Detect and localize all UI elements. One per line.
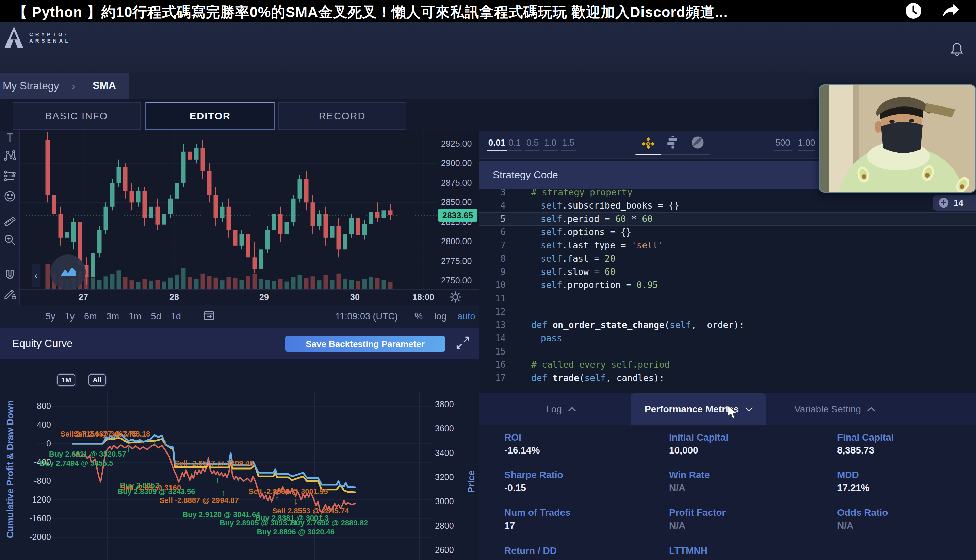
bell-icon[interactable]	[950, 42, 964, 58]
webcam-overlay	[819, 84, 976, 193]
tab-log[interactable]: Log	[492, 393, 629, 425]
price-tick: 2750.00	[441, 276, 476, 285]
trade-arrow: ↑	[126, 443, 131, 454]
time-tick: 29	[259, 292, 269, 302]
screen: 【 Python 】約10行程式碼寫完勝率0%的SMA金叉死叉！懶人可來私訊拿程…	[0, 0, 976, 560]
watch-later-icon[interactable]	[904, 2, 922, 21]
code-line-4[interactable]: 4self.subscribed_books = {}	[479, 199, 976, 212]
code-line-12[interactable]: 12	[479, 305, 976, 318]
amount-1,00[interactable]: 1,00	[797, 137, 815, 151]
strategy-code-title: Strategy Code	[493, 169, 558, 181]
webcam-video	[820, 85, 976, 193]
metric-value: 10,000	[669, 445, 698, 456]
forecast-tool-icon[interactable]	[3, 170, 16, 184]
auto-scale-button[interactable]: auto	[457, 311, 475, 322]
metric-value: N/A	[669, 520, 686, 531]
equity-tick-right: 3400	[435, 448, 465, 458]
cursor-tool-icon[interactable]	[4, 132, 16, 145]
metric-value: -0.94	[504, 558, 526, 560]
app-header: CRYPTO- ARSENAL	[0, 22, 976, 73]
time-axis[interactable]: 2728293018:00	[0, 289, 479, 305]
trade-label: Buy 2.6811 @ 3520.57	[49, 450, 126, 458]
ruler-tool-icon[interactable]	[3, 213, 16, 227]
go-to-date-icon[interactable]	[202, 308, 216, 325]
code-line-14[interactable]: 14pass	[479, 332, 976, 345]
plus-circle-icon	[938, 197, 949, 208]
trade-label: Sell -2.83 @ 3160	[120, 483, 181, 492]
exchange-sliders-icon[interactable]	[661, 135, 685, 155]
indicator-chip[interactable]: 14	[933, 195, 976, 211]
timeframe-5y[interactable]: 5y	[46, 311, 55, 322]
order-size-1.5[interactable]: 1.5	[561, 137, 576, 151]
timeframe-5d[interactable]: 5d	[151, 311, 161, 322]
tab-variable-setting[interactable]: Variable Setting	[767, 393, 901, 425]
code-line-16[interactable]: 16# called every self.period	[479, 358, 976, 372]
trade-label: Buy 2.7494 @ 3455.5	[40, 459, 113, 468]
metric-label-mdd: MDD	[837, 470, 859, 480]
code-line-17[interactable]: 17def trade(self, candles):	[479, 372, 976, 385]
timeframe-1m[interactable]: 1m	[128, 311, 142, 322]
tab-record[interactable]: RECORD	[278, 102, 406, 130]
order-size-0.5[interactable]: 0.5	[525, 137, 540, 151]
percent-scale-button[interactable]: %	[414, 311, 423, 322]
chip-label: 14	[954, 198, 963, 208]
metric-label-roi: ROI	[504, 432, 521, 443]
trade-arrow: ↑	[275, 493, 280, 504]
order-size-0.01[interactable]: 0.01	[487, 137, 507, 151]
tab-editor[interactable]: EDITOR	[145, 102, 275, 130]
timeframe-1d[interactable]: 1d	[171, 311, 181, 322]
xabcd-pattern-icon[interactable]	[3, 149, 16, 163]
time-tick: 30	[350, 292, 360, 302]
toolbar-collapse-handle[interactable]: ‹	[32, 264, 40, 287]
metric-value: 17.21%	[837, 482, 869, 493]
code-line-9[interactable]: 9self.slow = 60	[479, 265, 976, 278]
timeframe-6m[interactable]: 6m	[84, 311, 97, 322]
code-line-7[interactable]: 7self.last_type = 'sell'	[479, 239, 976, 252]
order-size-1.0[interactable]: 1.0	[543, 137, 558, 151]
axis-settings-gear-icon[interactable]	[449, 290, 462, 305]
time-tick: 18:00	[412, 292, 434, 302]
code-line-13[interactable]: 13def on_order_state_change(self, order)…	[479, 318, 976, 332]
trade-label: Sell -2.6517 @ 3209.49	[174, 459, 254, 468]
metric-value: -16.14%	[504, 445, 540, 456]
code-line-11[interactable]: 11	[479, 292, 976, 305]
code-line-5[interactable]: 5self.period = 60 * 60	[479, 212, 976, 225]
equity-tick-right: 3800	[435, 399, 465, 409]
breadcrumb-parent[interactable]: My Strategy	[3, 80, 59, 92]
code-line-8[interactable]: 8self.fast = 20	[479, 252, 976, 265]
tab-performance-metrics[interactable]: Performance Metrics	[631, 393, 766, 425]
equity-title: Equity Curve	[12, 337, 72, 350]
zoom-in-tool-icon[interactable]	[3, 233, 16, 248]
trade-label: Buy 2.8896 @ 3020.46	[257, 528, 335, 537]
price-chart-panel: 2925.002900.002875.002850.002825.002800.…	[0, 131, 479, 305]
code-line-6[interactable]: 6self.options = {}	[479, 225, 976, 239]
range-button-1m[interactable]: 1M	[57, 374, 75, 386]
timeframe-3m[interactable]: 3m	[107, 311, 119, 322]
code-line-15[interactable]: 15	[479, 345, 976, 358]
save-backtesting-parameter-button[interactable]: Save Backtesting Parameter	[285, 336, 445, 352]
exchange-binance-icon[interactable]	[636, 135, 661, 155]
chart-clock[interactable]: 11:09:03 (UTC)	[335, 311, 398, 322]
order-size-0.1[interactable]: 0.1	[507, 137, 522, 151]
metric-label-lttmnh: LTTMNH	[669, 545, 707, 556]
amount-500[interactable]: 500	[774, 137, 792, 151]
drawing-lock-icon[interactable]	[3, 287, 16, 302]
brand[interactable]: CRYPTO- ARSENAL	[3, 26, 71, 49]
breadcrumb-chevron-icon: ›	[72, 79, 75, 93]
expand-icon[interactable]	[455, 335, 470, 352]
exchange-bitfinex-leaf-icon[interactable]	[686, 135, 710, 155]
timeframe-1y[interactable]: 1y	[65, 311, 75, 322]
metric-value: -0.15	[504, 482, 526, 493]
code-line-10[interactable]: 10self.proportion = 0.95	[479, 278, 976, 292]
metric-label-num-of-trades: Num of Trades	[504, 507, 571, 518]
emoji-tool-icon[interactable]	[3, 190, 16, 204]
range-button-all[interactable]: All	[88, 374, 106, 386]
code-editor[interactable]: 3# strategy property4self.subscribed_boo…	[479, 189, 976, 393]
trade-label: Sell 2.6877 @ 3488.18	[73, 430, 150, 438]
equity-tick-right: 3000	[435, 497, 465, 506]
log-scale-button[interactable]: log	[434, 311, 447, 322]
magnet-tool-icon[interactable]	[3, 268, 16, 282]
metric-label-initial-capital: Initial Capital	[669, 432, 728, 443]
share-icon[interactable]	[941, 2, 960, 21]
tab-basic-info[interactable]: BASIC INFO	[13, 102, 140, 130]
